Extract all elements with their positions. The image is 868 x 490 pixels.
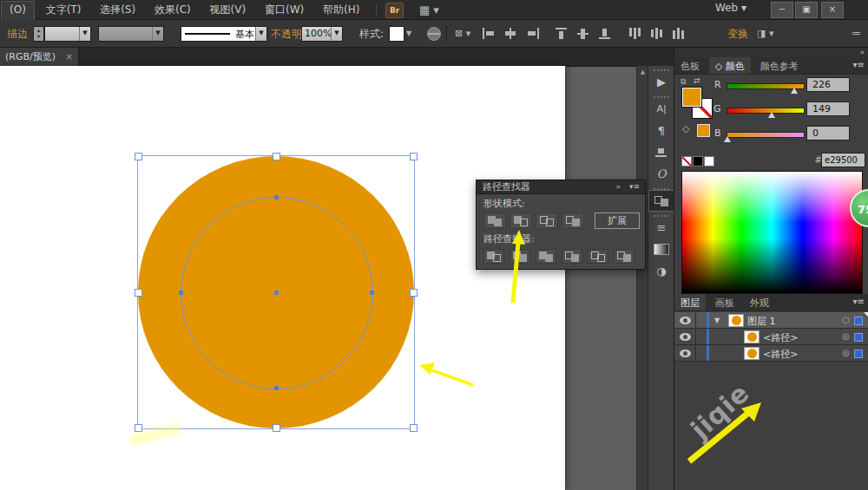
stroke-style-combo[interactable]: 基本 — [181, 26, 260, 42]
target-circle-icon[interactable]: ◎ — [842, 348, 850, 357]
transform-label[interactable]: 变换 — [727, 27, 748, 42]
last-color-swatch[interactable] — [697, 124, 710, 137]
bbox-handle-e[interactable] — [410, 289, 418, 297]
style-caret[interactable]: ▼ — [406, 29, 411, 37]
artboard[interactable] — [0, 66, 566, 490]
tab-layers[interactable]: 图层 — [674, 294, 706, 310]
collapse-panel-icon[interactable]: » — [615, 180, 621, 193]
expand-triangle-icon[interactable]: ▼ — [714, 317, 720, 324]
crop-button[interactable] — [562, 249, 582, 264]
align-bottom-icon[interactable] — [599, 28, 612, 39]
value-r[interactable]: 226 — [806, 77, 850, 92]
layer-row[interactable]: ▼ 图层 1 ○ — [674, 312, 868, 329]
slider-b-thumb[interactable] — [724, 136, 731, 142]
menu-help[interactable]: 帮助(H) — [315, 0, 367, 19]
target-circle-icon[interactable]: ◎ — [842, 331, 850, 341]
transparency-panel-icon[interactable]: ◑ — [648, 260, 674, 282]
paragraph-panel-icon[interactable]: ¶ — [648, 120, 674, 141]
gradient-panel-icon[interactable] — [648, 238, 674, 260]
panel-collapse-bar[interactable]: » — [674, 48, 868, 57]
target-circle-icon[interactable]: ○ — [842, 315, 850, 324]
restore-button[interactable]: ▣ — [795, 2, 818, 18]
tab-swatches[interactable]: 色板 — [674, 57, 706, 74]
shape-properties-icon[interactable]: ◨ ▾ — [757, 28, 773, 39]
outline-button[interactable] — [588, 249, 608, 264]
align-top-icon[interactable] — [556, 28, 569, 39]
panel-options-icon[interactable]: ≔ — [852, 28, 861, 39]
3d-color-icon[interactable]: ◇ — [682, 123, 689, 134]
align-to-icon[interactable]: ⊠ ▾ — [455, 28, 470, 39]
align-left-icon[interactable] — [483, 28, 496, 39]
menu-effect[interactable]: 效果(C) — [147, 0, 199, 19]
unite-button[interactable] — [483, 212, 506, 229]
expand-button[interactable]: 扩展 — [595, 212, 640, 229]
anchor-point[interactable] — [274, 386, 279, 390]
intersect-button[interactable] — [536, 212, 558, 229]
slider-b[interactable] — [727, 132, 805, 138]
distribute-bottom-icon[interactable] — [672, 28, 685, 39]
exclude-button[interactable] — [562, 212, 584, 229]
bbox-handle-sw[interactable] — [135, 424, 142, 432]
minus-front-button[interactable] — [510, 212, 532, 229]
anchor-point[interactable] — [179, 291, 183, 295]
tab-appearance[interactable]: 外观 — [744, 294, 775, 310]
bridge-icon[interactable]: Br — [385, 3, 404, 18]
menu-window[interactable]: 窗口(W) — [257, 0, 312, 19]
none-swatch[interactable] — [681, 156, 692, 167]
opentype-panel-icon[interactable]: O — [648, 163, 674, 185]
pathfinder-panel[interactable]: 路径查找器 » ▾≡ 形状模式: 扩展 路径查找器: — [476, 180, 646, 270]
brush-combo[interactable]: ▼ — [98, 26, 164, 42]
black-swatch[interactable] — [693, 156, 703, 167]
bbox-handle-se[interactable] — [410, 424, 418, 432]
panel-menu-icon[interactable]: ▾≡ — [853, 297, 865, 306]
layer-thumbnail[interactable] — [728, 314, 744, 327]
tab-artboards[interactable]: 画板 — [709, 294, 740, 310]
pathfinder-header[interactable]: 路径查找器 » ▾≡ — [477, 180, 645, 194]
workspace-switcher[interactable]: Web ▾ — [715, 2, 746, 14]
style-swatch[interactable] — [389, 26, 404, 42]
fill-stroke-mini-icon[interactable]: ⧉ — [681, 77, 686, 87]
stroke-weight-combo[interactable]: ▼ — [44, 26, 91, 42]
collapse-panels-icon[interactable]: » — [859, 48, 865, 56]
distribute-vcenter-icon[interactable] — [650, 28, 663, 39]
bbox-handle-nw[interactable] — [135, 153, 142, 160]
anchor-point[interactable] — [370, 291, 374, 295]
selected-art-indicator[interactable] — [854, 350, 863, 358]
selected-art-indicator[interactable] — [854, 317, 863, 325]
bbox-handle-n[interactable] — [273, 153, 280, 160]
fill-swatch[interactable] — [681, 87, 702, 108]
minus-back-button[interactable] — [614, 249, 635, 264]
stroke-style-caret[interactable]: ▼ — [255, 26, 267, 42]
align-vcenter-icon[interactable] — [577, 28, 590, 39]
slider-r-thumb[interactable] — [791, 88, 798, 94]
align-right-icon[interactable] — [526, 28, 539, 39]
center-point[interactable] — [274, 291, 279, 295]
hex-input[interactable]: e29500 — [821, 153, 865, 167]
menu-view[interactable]: 视图(V) — [202, 0, 254, 19]
tab-color[interactable]: ◇ 颜色 — [709, 57, 751, 74]
document-setup-icon[interactable] — [427, 27, 441, 41]
menu-type[interactable]: 文字(T) — [38, 0, 89, 19]
bbox-handle-s[interactable] — [273, 424, 280, 432]
arrange-documents-icon[interactable]: ▦ ▾ — [419, 3, 439, 16]
menu-select[interactable]: 选择(S) — [92, 0, 143, 19]
document-tab[interactable]: (RGB/预览) × — [0, 48, 79, 66]
character-panel-icon[interactable]: A| — [648, 98, 674, 120]
align-panel-icon[interactable] — [648, 141, 674, 163]
menu-object[interactable]: (O) — [1, 1, 35, 21]
path-thumbnail[interactable] — [744, 347, 760, 360]
trim-button[interactable] — [510, 249, 530, 264]
stroke-weight-stepper[interactable]: ▴▾ — [33, 26, 44, 42]
minimize-button[interactable]: − — [771, 2, 793, 18]
visibility-eye-icon[interactable] — [680, 317, 691, 324]
tab-color-guide[interactable]: 颜色参考 — [754, 57, 805, 74]
actions-panel-icon[interactable]: ▶ — [648, 71, 674, 93]
visibility-eye-icon[interactable] — [680, 350, 691, 357]
stroke-panel-icon[interactable]: ≡ — [648, 217, 674, 238]
panel-menu-icon[interactable]: ▾≡ — [853, 60, 865, 69]
distribute-top-icon[interactable] — [628, 28, 641, 39]
selection-bounding-box[interactable] — [137, 155, 415, 429]
align-hcenter-icon[interactable] — [504, 28, 517, 39]
value-g[interactable]: 149 — [806, 101, 850, 116]
selected-art-indicator[interactable] — [854, 333, 863, 342]
